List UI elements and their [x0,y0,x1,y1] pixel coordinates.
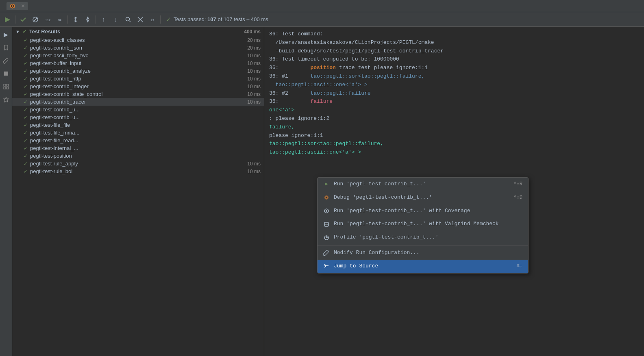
test-item-name: pegtl-test-contrib_json [30,45,82,51]
test-item-name: pegtl-test-file_read... [30,137,78,143]
test-item[interactable]: ✓ pegtl-test-rule_bol 10 ms [12,167,264,175]
failure-text: failure [310,98,333,104]
activity-pin-icon[interactable] [1,94,11,105]
test-item-name: pegtl-test-contrib_http [30,76,81,82]
test-item[interactable]: ✓ pegtl-test-rule_apply 10 ms [12,160,264,167]
test-item[interactable]: ✓ pegtl-test-position [12,152,264,160]
test-item[interactable]: ✓ pegtl-test-buffer_input 10 ms [12,59,264,67]
title-bar: ✕ [0,0,644,12]
test-item[interactable]: ✓ pegtl-test-ascii_forty_two 10 ms [12,52,264,59]
svg-point-2 [12,5,13,7]
context-menu-item-debug[interactable]: Debug 'pegtl-test-contrib_t...' ^⇧D [318,191,528,204]
activity-wrench-icon[interactable] [1,55,11,66]
prev-btn[interactable]: ↑ [98,14,109,25]
test-item-name: pegtl-test-contrib_u... [30,114,80,120]
close-tab-btn[interactable]: ✕ [21,3,25,9]
context-menu-item-coverage[interactable]: Run 'pegtl-test-contrib_t...' with Cover… [318,204,528,218]
activity-bookmark-icon[interactable] [1,42,11,53]
collapse-chevron[interactable]: ▼ [15,29,20,34]
test-panel: ▼ ✓ Test Results 400 ms ✓ pegtl-test-asc… [12,27,264,356]
activity-run-icon[interactable]: ▶ [1,29,11,40]
separator-4 [160,15,161,24]
output-line-8: 36: #2 tao::pegtl::failure [269,89,639,98]
scroll-to-btn[interactable] [122,14,134,25]
menu-item-label-valgrind: Run 'pegtl-test-contrib_t...' with Valgr… [334,220,522,228]
test-check-icon: ✓ [24,61,28,66]
pin-output-icon [137,16,144,23]
context-menu[interactable]: ▶ Run 'pegtl-test-contrib_t...' ^⇧R Debu… [317,177,529,274]
more-actions-btn[interactable]: » [147,14,158,25]
status-text: Tests passed: 107 of 107 tests – 400 ms [174,16,268,22]
test-item[interactable]: ✓ pegtl-test-internal_... [12,144,264,152]
output-line-7: tao::pegtl::ascii::one<'a'> > [269,81,639,89]
svg-text:↕: ↕ [45,18,47,22]
output-line-14: tao::pegtl::sor<tao::pegtl::failure, [269,140,639,148]
test-item[interactable]: ✓ pegtl-test-file_read... [12,137,264,144]
menu-item-shortcut-run: ^⇧R [513,180,522,188]
one-a-text: one<'a'> [269,107,294,113]
show-ignored-btn[interactable] [30,14,41,25]
test-item[interactable]: ✓ pegtl-test-contrib_integer 10 ms [12,82,264,90]
test-item[interactable]: ✓ pegtl-test-contrib_http 10 ms [12,75,264,82]
sort-alpha-btn[interactable]: ↕ 12 [42,14,53,25]
separator-1 [15,15,15,24]
menu-item-label-profile: Profile 'pegtl-test-contrib_t...' [334,233,522,242]
next-btn[interactable]: ↓ [110,14,122,25]
context-menu-item-valgrind[interactable]: Run 'pegtl-test-contrib_t...' with Valgr… [318,217,528,231]
collapse-all-btn[interactable] [70,14,81,25]
output-line-13: please ignore:1:1 [269,132,639,140]
svg-rect-17 [4,87,6,89]
test-check-icon: ✓ [24,153,28,159]
test-item[interactable]: ✓ pegtl-test-contrib_state_control 10 ms [12,90,264,98]
test-item[interactable]: ✓ pegtl-test-contrib_json 20 ms [12,44,264,52]
test-item[interactable]: ✓ pegtl-test-contrib_u... [12,106,264,113]
sort-dur-btn[interactable]: ↕≡ [54,14,65,25]
context-menu-item-run[interactable]: ▶ Run 'pegtl-test-contrib_t...' ^⇧R [318,178,528,191]
context-menu-item-jump[interactable]: Jump to Source ⌘↓ [318,260,528,273]
test-item[interactable]: ✓ pegtl-test-contrib_tracer 10 ms [12,98,264,106]
output-line-5: 36: position trace test please ignore:1:… [269,64,639,72]
test-item-name: pegtl-test-ascii_classes [30,37,85,43]
test-results-header: ▼ ✓ Test Results 400 ms [12,27,264,36]
context-menu-item-modify[interactable]: Modify Run Configuration... [318,246,528,260]
svg-point-20 [326,197,327,198]
all-tests-tab[interactable]: ✕ [7,2,28,10]
run-button[interactable]: ▶ [2,14,13,25]
test-item-name: pegtl-test-file_mma... [30,130,79,136]
expand-all-btn[interactable] [82,14,94,25]
output-panel: 36: Test command: /Users/anastasiakazako… [264,27,644,356]
separator-2 [67,15,68,24]
svg-point-12 [126,17,130,21]
output-line-9: 36: failure [269,98,639,106]
test-item[interactable]: ✓ pegtl-test-ascii_classes 20 ms [12,36,264,44]
test-item-time: 10 ms [247,61,261,66]
test-item[interactable]: ✓ pegtl-test-file_file [12,121,264,129]
test-item[interactable]: ✓ pegtl-test-contrib_analyze 10 ms [12,67,264,75]
output-line-3: -build-debug/src/test/pegtl/pegtl-test-c… [269,47,639,56]
menu-item-icon-coverage [323,208,330,214]
context-menu-item-profile[interactable]: Profile 'pegtl-test-contrib_t...' [318,231,528,244]
test-item[interactable]: ✓ pegtl-test-contrib_u... [12,113,264,121]
menu-item-icon-jump [323,263,330,269]
activity-stop-icon[interactable] [1,68,11,79]
pin-output-btn[interactable] [135,14,146,25]
test-check-icon: ✓ [24,99,28,105]
svg-line-4 [33,17,37,22]
menu-item-icon-profile [323,234,330,241]
activity-layout-icon[interactable] [1,81,11,92]
test-check-icon: ✓ [24,91,28,97]
test-item-time: 20 ms [247,37,261,43]
test-item-name: pegtl-test-buffer_input [30,60,81,66]
expand-icon [85,16,91,23]
show-passed-btn[interactable] [17,14,29,25]
test-item[interactable]: ✓ pegtl-test-file_mma... [12,129,264,137]
tao-sor2-text: tao::pegtl::sor<tao::pegtl::failure, [269,141,383,147]
test-check-icon: ✓ [24,138,28,143]
svg-text:↕≡: ↕≡ [57,18,61,22]
test-check-icon: ✓ [24,76,28,82]
test-items-list: ✓ pegtl-test-ascii_classes 20 ms ✓ pegtl… [12,36,264,175]
menu-item-icon-debug [323,194,330,201]
sort-alpha-icon: ↕ 12 [44,16,51,23]
menu-item-label-debug: Debug 'pegtl-test-contrib_t...' [334,193,509,202]
test-item-name: pegtl-test-rule_apply [30,161,78,167]
